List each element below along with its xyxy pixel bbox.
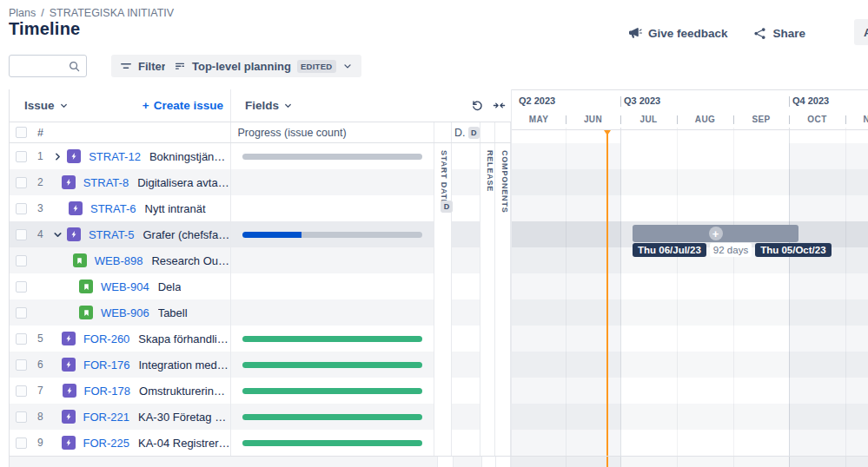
issue-row[interactable]: 7 FOR-178 Omstrukturering av avt... bbox=[10, 378, 511, 404]
chevron-down-icon bbox=[283, 101, 293, 110]
issue-row[interactable]: WEB-898 Research Out-of-th... bbox=[10, 247, 511, 273]
give-feedback-label: Give feedback bbox=[648, 27, 728, 40]
start-date-cell bbox=[434, 430, 452, 456]
month-label: NOV bbox=[864, 115, 868, 124]
collapse-columns-icon[interactable] bbox=[493, 99, 506, 112]
due-date-cell bbox=[452, 404, 480, 430]
issue-key-link[interactable]: FOR-178 bbox=[84, 385, 130, 398]
components-column-collapsed[interactable]: COMPONENTS bbox=[500, 150, 509, 214]
row-checkbox[interactable] bbox=[16, 359, 27, 371]
expand-chevron-icon[interactable] bbox=[52, 151, 63, 162]
release-cell bbox=[480, 326, 495, 352]
story-type-icon bbox=[73, 253, 87, 267]
release-cell bbox=[480, 221, 495, 247]
give-feedback-button[interactable]: Give feedback bbox=[621, 21, 735, 45]
progress-segment-blue bbox=[242, 232, 302, 238]
row-number: 1 bbox=[37, 150, 49, 162]
row-checkbox[interactable] bbox=[16, 229, 27, 240]
breadcrumb-plan-name: STRATEGISKA INITIATIV bbox=[50, 7, 174, 19]
issue-row[interactable]: WEB-906 Tabell bbox=[10, 299, 511, 326]
issue-row[interactable]: 5 FOR-260 Skapa förhandlingsfram... bbox=[10, 326, 511, 352]
fields-dropdown[interactable]: Fields bbox=[245, 99, 293, 112]
breadcrumb: Plans/STRATEGISKA INITIATIV bbox=[9, 7, 174, 19]
issue-row[interactable]: WEB-904 Dela bbox=[10, 273, 511, 299]
breadcrumb-plans-link[interactable]: Plans bbox=[9, 7, 36, 19]
release-column-collapsed[interactable]: RELEASE bbox=[486, 150, 494, 192]
issue-column-dropdown[interactable]: Issue bbox=[24, 99, 69, 112]
issue-key-link[interactable]: FOR-225 bbox=[83, 437, 129, 450]
issue-summary: Grafer (chefsfakta) bbox=[142, 228, 229, 241]
issue-row[interactable]: 4 STRAT-5 Grafer (chefsfakta) bbox=[10, 221, 511, 247]
view-settings-dropdown[interactable]: Top-level planning EDITED bbox=[165, 55, 361, 77]
issue-key-link[interactable]: WEB-906 bbox=[101, 306, 149, 319]
release-cell bbox=[480, 299, 495, 326]
issue-key-link[interactable]: FOR-176 bbox=[83, 358, 129, 372]
issue-summary: Integration med FORA f... bbox=[138, 358, 229, 372]
start-date-cell bbox=[434, 404, 452, 430]
issue-row[interactable]: 8 FOR-221 KA-30 Företag – Presen... bbox=[10, 404, 511, 430]
table-header-row-2: # Progress (issue count) D. D bbox=[10, 122, 511, 143]
issue-key-link[interactable]: FOR-260 bbox=[83, 332, 129, 345]
components-cell bbox=[495, 378, 511, 404]
revert-changes-icon[interactable] bbox=[471, 99, 484, 112]
issue-row[interactable]: 3 STRAT-6 Nytt intranät bbox=[10, 195, 511, 221]
issue-row[interactable]: 1 STRAT-12 Bokningstjänsten bbox=[10, 143, 511, 169]
row-checkbox[interactable] bbox=[16, 255, 27, 266]
issue-key-link[interactable]: WEB-898 bbox=[95, 254, 143, 267]
row-checkbox[interactable] bbox=[16, 177, 27, 188]
release-cell bbox=[480, 430, 495, 456]
release-cell bbox=[480, 195, 495, 221]
row-checkbox[interactable] bbox=[16, 333, 27, 345]
search-icon bbox=[69, 61, 80, 72]
issue-key-link[interactable]: FOR-221 bbox=[83, 411, 129, 424]
duration-label: 92 days bbox=[710, 243, 752, 257]
row-number: 4 bbox=[37, 228, 49, 240]
table-bottom-border bbox=[9, 456, 868, 457]
auto-schedule-button-partial[interactable]: A bbox=[854, 19, 868, 45]
row-checkbox[interactable] bbox=[16, 437, 27, 449]
issue-row[interactable]: 2 STRAT-8 Digitalisera avtalsgransk... bbox=[10, 169, 511, 195]
chevron-down-icon bbox=[59, 101, 69, 110]
row-checkbox[interactable] bbox=[16, 281, 27, 293]
megaphone-icon bbox=[628, 26, 642, 40]
start-date-column-collapsed[interactable]: START DATE bbox=[440, 150, 448, 206]
schedule-bar-strat-5[interactable]: + bbox=[633, 225, 798, 242]
story-type-icon bbox=[79, 306, 93, 319]
issue-row[interactable]: 9 FOR-225 KA-04 Registrera Arbets... bbox=[10, 430, 511, 456]
partial-next-row bbox=[10, 456, 511, 467]
quarter-label: Q4 2023 bbox=[792, 95, 829, 106]
month-divider bbox=[845, 115, 846, 124]
row-checkbox[interactable] bbox=[16, 385, 27, 397]
quarter-divider bbox=[620, 96, 621, 107]
issue-key-link[interactable]: STRAT-6 bbox=[90, 202, 136, 215]
row-checkbox[interactable] bbox=[16, 307, 27, 319]
expand-chevron-icon[interactable] bbox=[52, 229, 63, 240]
add-sprint-plus-icon[interactable]: + bbox=[709, 227, 723, 240]
quarter-label: Q2 2023 bbox=[519, 95, 555, 106]
issue-key-link[interactable]: STRAT-8 bbox=[83, 176, 129, 189]
month-divider bbox=[733, 115, 734, 124]
share-button[interactable]: Share bbox=[746, 22, 812, 45]
issue-key-link[interactable]: WEB-904 bbox=[101, 280, 149, 293]
month-divider bbox=[566, 115, 567, 124]
month-divider bbox=[677, 115, 678, 124]
row-number: 6 bbox=[37, 358, 46, 371]
row-checkbox[interactable] bbox=[16, 203, 27, 214]
issue-summary: Omstrukturering av avt... bbox=[139, 385, 230, 398]
issue-key-link[interactable]: STRAT-12 bbox=[89, 150, 141, 163]
search-input[interactable] bbox=[10, 60, 69, 72]
initiative-type-icon bbox=[62, 175, 76, 189]
share-icon bbox=[753, 27, 766, 40]
view-settings-icon bbox=[174, 60, 186, 72]
progress-segment-green bbox=[242, 414, 423, 420]
row-checkbox[interactable] bbox=[16, 151, 27, 162]
create-issue-button[interactable]: + Create issue bbox=[142, 99, 223, 112]
chevron-down-icon bbox=[342, 61, 353, 71]
row-checkbox[interactable] bbox=[16, 411, 27, 423]
issue-row[interactable]: 6 FOR-176 Integration med FORA f... bbox=[10, 352, 511, 378]
issue-key-link[interactable]: STRAT-5 bbox=[89, 228, 135, 241]
select-all-checkbox[interactable] bbox=[16, 127, 27, 138]
components-cell bbox=[495, 247, 511, 273]
start-date-cell bbox=[434, 378, 452, 404]
progress-bar bbox=[242, 362, 423, 368]
